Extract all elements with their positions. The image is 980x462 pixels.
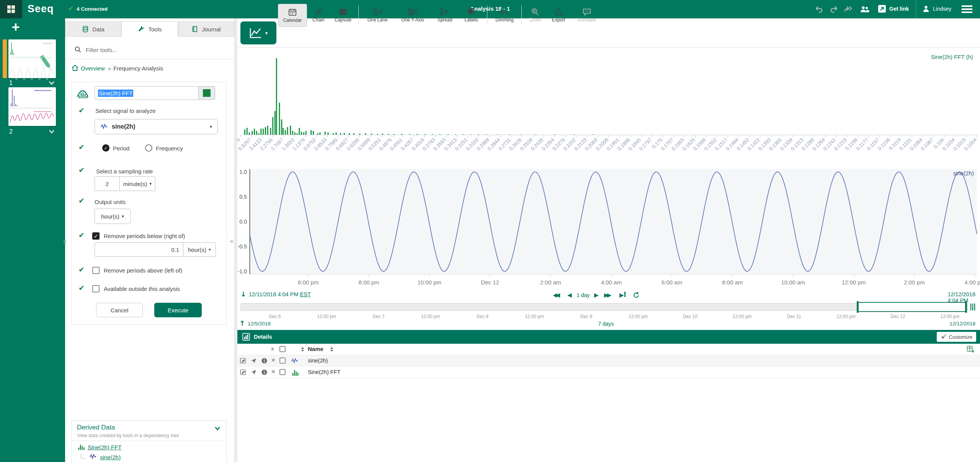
- breadcrumb-overview[interactable]: Overview: [81, 65, 105, 72]
- view-mode-dropdown[interactable]: ▾: [240, 21, 276, 44]
- home-icon[interactable]: [72, 65, 78, 71]
- app-grid-button[interactable]: [0, 0, 22, 18]
- investigate-end-date[interactable]: 12/12/2018: [949, 321, 975, 327]
- remove-above-checkbox[interactable]: [92, 267, 100, 274]
- redo-button[interactable]: [829, 5, 838, 14]
- send-icon[interactable]: [250, 369, 257, 375]
- timeline-tick-label: 12:00 pm: [525, 314, 544, 319]
- fast-forward-button[interactable]: [844, 5, 854, 14]
- execute-button[interactable]: Execute: [154, 303, 202, 317]
- radio-period[interactable]: ✓: [102, 144, 109, 152]
- investigate-duration[interactable]: 7 days: [598, 321, 614, 327]
- derived-collapse-chevron-icon[interactable]: [214, 426, 221, 431]
- edit-icon[interactable]: [240, 358, 246, 364]
- timeline-resize-handle-icon[interactable]: [969, 302, 976, 312]
- available-outside-checkbox[interactable]: [92, 285, 100, 292]
- radio-frequency[interactable]: [145, 144, 152, 152]
- send-icon[interactable]: [250, 358, 257, 364]
- worksheet-thumbnail-1[interactable]: [8, 39, 56, 78]
- toolbar-capsule-button[interactable]: Capsule: [331, 4, 355, 26]
- wrench-icon: [137, 26, 145, 33]
- timeline-selection-left-handle[interactable]: [857, 301, 859, 313]
- user-menu[interactable]: Lindsey: [922, 5, 951, 13]
- row-checkbox[interactable]: [279, 369, 286, 375]
- undo-button[interactable]: [815, 5, 824, 14]
- toolbar-labels-button[interactable]: Labels: [459, 4, 484, 26]
- step-forward-many-button[interactable]: ▶▶: [604, 292, 610, 299]
- color-picker-button[interactable]: [198, 86, 215, 100]
- timeline-tick-label: Dec 7: [372, 314, 384, 319]
- toolbar-chain-button[interactable]: Chain: [308, 4, 329, 26]
- output-unit-dropdown[interactable]: hour(s) ▾: [95, 209, 131, 224]
- hamburger-menu-button[interactable]: [962, 5, 972, 13]
- sort-icon[interactable]: [300, 346, 305, 353]
- row-checkbox[interactable]: [279, 358, 286, 364]
- remove-below-unit-dropdown[interactable]: hour(s) ▾: [183, 242, 216, 257]
- fft-bar-chart[interactable]: 06.82673.41332.27561.70671.36531.13780.9…: [237, 49, 980, 168]
- users-button[interactable]: [860, 5, 870, 14]
- step-to-end-button[interactable]: ▶: [619, 292, 626, 299]
- collapse-worksheet-panel-icon[interactable]: «: [63, 237, 67, 245]
- select-all-checkbox[interactable]: [279, 346, 286, 352]
- toolbar-export-button[interactable]: Export: [547, 4, 570, 26]
- add-worksheet-button[interactable]: +: [9, 21, 22, 34]
- details-row-fft[interactable]: ✕ Sine(2h) FFT: [237, 367, 980, 378]
- derived-item-fft-link[interactable]: Sine(2h) FFT: [88, 444, 121, 451]
- signal-select-dropdown[interactable]: sine(2h) ▾: [95, 119, 218, 134]
- sampling-unit-dropdown[interactable]: minute(s) ▾: [119, 176, 155, 191]
- details-row-sine[interactable]: ✕ sine(2h): [237, 355, 980, 367]
- cancel-button[interactable]: Cancel: [96, 303, 143, 317]
- filter-tools-input[interactable]: [85, 44, 220, 56]
- svg-text:0.0: 0.0: [240, 219, 247, 225]
- result-name-input[interactable]: Sine(2h) FFT: [95, 86, 199, 100]
- timeline-selection[interactable]: [858, 302, 966, 312]
- range-start-tz[interactable]: EST: [300, 291, 311, 297]
- tab-data[interactable]: Data: [65, 21, 121, 37]
- edit-icon[interactable]: [240, 369, 246, 375]
- step-check-icon: ✔: [78, 196, 85, 205]
- toolbar-one-y-axis-button[interactable]: One Y-Axis: [394, 4, 431, 26]
- derived-item-sine-link[interactable]: sine(2h): [100, 454, 121, 460]
- remove-below-input[interactable]: 0.1: [95, 242, 183, 257]
- step-back-button[interactable]: ◀: [567, 292, 572, 299]
- toolbar-calendar-button[interactable]: Calendar: [278, 4, 307, 27]
- step-forward-button[interactable]: ▶: [594, 292, 599, 299]
- customize-label: Customize: [949, 334, 972, 340]
- display-range-start[interactable]: 12/11/2018 4:04 PM EST: [249, 291, 311, 297]
- refresh-button[interactable]: [632, 291, 640, 299]
- timeline-tick-label: 12:00 pm: [317, 314, 336, 319]
- derived-data-title: Derived Data: [77, 424, 115, 431]
- worksheet-2-menu-chevron-icon[interactable]: [48, 129, 55, 134]
- sort-icon[interactable]: [329, 346, 334, 353]
- sampling-rate-label: Select a sampling rate: [96, 168, 153, 175]
- item-name[interactable]: Sine(2h) FFT: [308, 369, 340, 375]
- remove-item-icon[interactable]: ✕: [271, 357, 276, 363]
- item-name[interactable]: sine(2h): [308, 358, 328, 364]
- radio-period-label: Period: [113, 145, 129, 152]
- info-icon[interactable]: [261, 369, 268, 375]
- toolbar-dimming-button[interactable]: Dimming: [491, 4, 518, 26]
- get-link-button[interactable]: Get link: [877, 4, 909, 13]
- panel-resize-gutter[interactable]: [234, 18, 237, 462]
- tab-journal[interactable]: Journal: [178, 21, 234, 37]
- remove-below-checkbox[interactable]: ✓: [92, 232, 100, 240]
- sampling-rate-input[interactable]: 2: [95, 176, 120, 191]
- remove-item-icon[interactable]: ✕: [271, 369, 276, 375]
- worksheet-thumbnail-2[interactable]: [8, 87, 56, 126]
- toolbar-separator: [358, 5, 359, 24]
- tab-tools[interactable]: Tools: [121, 21, 178, 37]
- toolbar-one-lane-button[interactable]: One Lane: [362, 4, 393, 26]
- name-column-header[interactable]: Name: [308, 346, 323, 352]
- info-icon[interactable]: [261, 358, 268, 364]
- toolbar-spread-button[interactable]: Spread: [433, 4, 457, 26]
- add-column-icon[interactable]: [967, 345, 974, 353]
- range-duration[interactable]: 1 day: [577, 292, 590, 298]
- search-icon: [74, 46, 82, 53]
- worksheet-1-menu-chevron-icon[interactable]: [48, 80, 55, 86]
- timeline-selection-right-handle[interactable]: [965, 301, 967, 313]
- investigate-start-date[interactable]: 12/5/2018: [248, 321, 271, 327]
- step-back-many-button[interactable]: ◀◀: [553, 292, 559, 299]
- customize-button[interactable]: Customize: [937, 332, 976, 342]
- collapse-tool-panel-icon[interactable]: «: [230, 237, 234, 245]
- sine-line-chart[interactable]: 1.00.50.0-0.5-1.06:00 pm8:00 pm10:00 pmD…: [237, 168, 980, 288]
